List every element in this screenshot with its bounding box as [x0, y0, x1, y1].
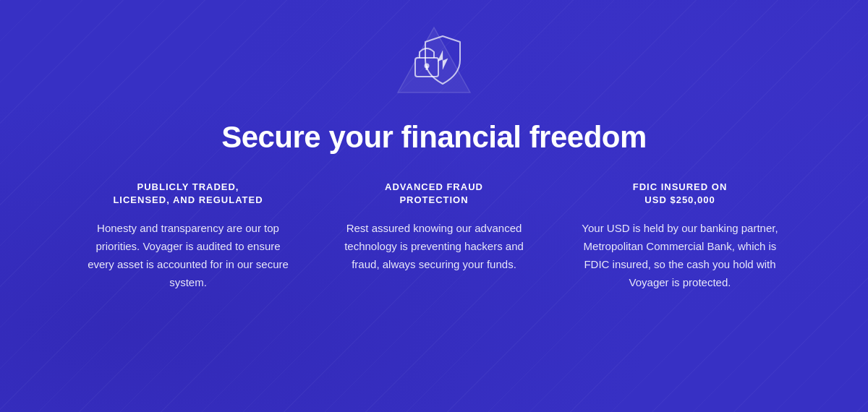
feature-desc-publicly-traded: Honesty and transparency are our top pri…: [87, 220, 289, 291]
feature-title-fdic-insured: FDIC INSURED ON USD $250,000: [579, 181, 781, 207]
feature-fdic-insured: FDIC INSURED ON USD $250,000 Your USD is…: [557, 181, 803, 291]
feature-title-fraud-protection: ADVANCED FRAUD PROTECTION: [333, 181, 535, 207]
features-section: PUBLICLY TRADED, LICENSED, AND REGULATED…: [36, 181, 832, 291]
shield-lock-icon: [391, 20, 477, 107]
page-title: Secure your financial freedom: [221, 120, 647, 155]
feature-desc-fdic-insured: Your USD is held by our banking partner,…: [579, 220, 781, 291]
feature-title-publicly-traded: PUBLICLY TRADED, LICENSED, AND REGULATED: [87, 181, 289, 207]
feature-publicly-traded: PUBLICLY TRADED, LICENSED, AND REGULATED…: [65, 181, 311, 291]
hero-icon-area: [391, 20, 477, 107]
feature-fraud-protection: ADVANCED FRAUD PROTECTION Rest assured k…: [311, 181, 557, 274]
feature-desc-fraud-protection: Rest assured knowing our advanced techno…: [333, 220, 535, 273]
